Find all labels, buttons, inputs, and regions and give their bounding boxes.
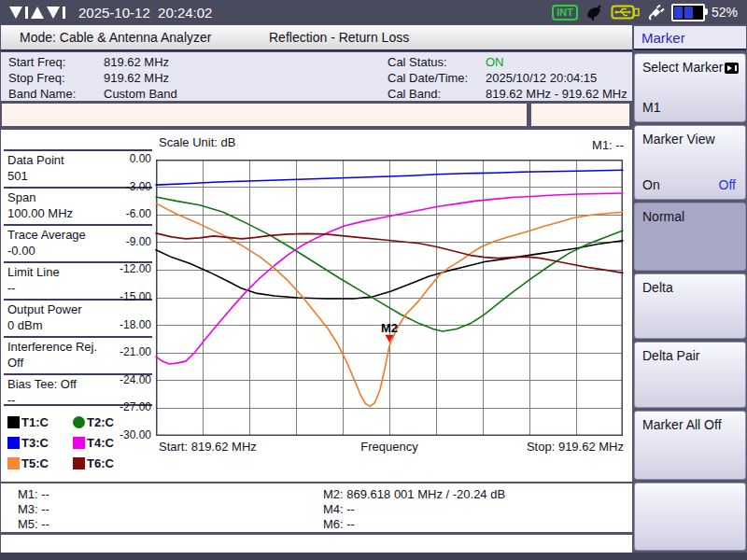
frequency-cal-info-panel: Start Freq:819.62 MHzCal Status:ONStop F… xyxy=(1,52,632,101)
y-tick-label: -24.00 xyxy=(108,373,151,386)
marker-readout: M2: 869.618 001 MHz / -20.24 dB xyxy=(323,487,505,502)
trace-swatch xyxy=(7,416,20,428)
legend-label: T6:C xyxy=(87,456,114,470)
legend-item: T5:C xyxy=(7,456,73,469)
trace-swatch xyxy=(73,416,85,428)
footer-bar xyxy=(0,553,747,560)
measurement-label[interactable]: Reflection - Return Loss xyxy=(269,30,409,45)
legend-item: T3:C xyxy=(7,436,73,449)
sidebar-button-delta[interactable]: Delta xyxy=(634,273,746,339)
y-tick-label: -12.00 xyxy=(108,262,151,275)
select-marker-label: Select Marker xyxy=(642,60,723,75)
logo-glyph xyxy=(47,7,60,19)
trace-swatch xyxy=(73,457,85,469)
marker-readout: M4: -- xyxy=(323,502,355,517)
marker-readout: M5: -- xyxy=(18,517,49,532)
user-band-strip xyxy=(1,103,528,127)
top-status-bar: 2025-10-12 20:24:02 INT xyxy=(0,0,747,24)
user-band-strip-right xyxy=(530,103,630,127)
info-label: Cal Status: xyxy=(388,54,447,70)
trace-swatch xyxy=(7,457,20,469)
info-label: Start Freq: xyxy=(8,54,65,70)
info-value: 2025/10/12 20:04:15 xyxy=(486,70,597,86)
info-row: Start Freq:819.62 MHzCal Status:ON xyxy=(1,52,632,70)
info-label: Cal Date/Time: xyxy=(388,70,468,86)
legend-label: T2:C xyxy=(87,415,114,429)
battery-icon xyxy=(671,4,705,21)
legend-item: T1:C xyxy=(7,415,73,428)
y-tick-label: -30.00 xyxy=(108,428,151,441)
info-label: Stop Freq: xyxy=(8,70,65,86)
marker-view-label: Marker View xyxy=(642,132,715,147)
sidebar-button-delta-pair[interactable]: Delta Pair xyxy=(634,342,746,408)
y-tick-label: 0.00 xyxy=(108,152,151,165)
y-tick-label: -15.00 xyxy=(108,290,151,303)
info-row: Stop Freq:919.62 MHzCal Date/Time:2025/1… xyxy=(1,70,632,86)
info-value: Custom Band xyxy=(104,86,177,102)
power-plug-icon xyxy=(647,4,665,21)
info-label: Band Name: xyxy=(8,86,76,102)
stop-frequency-label: Stop: 919.62 MHz xyxy=(436,440,624,454)
info-label: Cal Band: xyxy=(388,86,441,102)
legend-label: T1:C xyxy=(21,415,49,429)
info-value: 819.62 MHz xyxy=(104,54,169,70)
logo-glyph xyxy=(31,7,44,19)
marker-readout: M6: -- xyxy=(323,517,355,532)
sidebar-button-marker-all-off[interactable]: Marker All Off xyxy=(634,411,746,480)
y-tick-label: -27.00 xyxy=(108,400,151,413)
legend-item: T6:C xyxy=(73,456,152,469)
return-loss-chart: M2 xyxy=(156,160,623,436)
scale-unit-label: Scale Unit: dB xyxy=(159,135,235,149)
marker-readout: M3: -- xyxy=(18,502,49,517)
marker-readout: M1: -- xyxy=(18,487,49,502)
logo-glyph xyxy=(25,7,28,19)
marker-row: M1: --M2: 869.618 001 MHz / -20.24 dB xyxy=(1,483,632,502)
datetime-label: 2025-10-12 20:24:02 xyxy=(78,5,212,21)
softkey-sidebar: Marker Select Marker M1 Marker View On O… xyxy=(633,24,747,553)
trace-swatch xyxy=(7,437,20,449)
sidebar-title: Marker xyxy=(634,26,746,50)
gps-antenna-icon xyxy=(585,4,604,21)
select-marker-button[interactable]: Select Marker M1 xyxy=(634,53,746,122)
legend-label: T5:C xyxy=(21,456,49,470)
select-marker-value: M1 xyxy=(642,100,660,115)
info-row: Band Name:Custom BandCal Band:819.62 MHz… xyxy=(1,86,632,102)
menu-bar: Mode: Cable & Antenna Analyzer Reflectio… xyxy=(1,25,632,51)
trace-swatch xyxy=(73,437,85,449)
logo-glyph xyxy=(9,7,22,19)
y-tick-label: -6.00 xyxy=(108,207,151,220)
marker-view-off-option[interactable]: Off xyxy=(719,177,736,192)
sidebar-button-empty[interactable] xyxy=(634,483,746,551)
y-tick-label: -3.00 xyxy=(108,180,151,193)
y-tick-label: -18.00 xyxy=(108,318,151,331)
sidebar-button-normal[interactable]: Normal xyxy=(634,203,746,271)
battery-percent-label: 52% xyxy=(712,5,738,20)
legend-item: T2:C xyxy=(73,415,152,428)
y-tick-label: -9.00 xyxy=(108,235,151,248)
marker-view-button[interactable]: Marker View On Off xyxy=(634,125,746,200)
setting-label: Output Power xyxy=(7,301,148,317)
info-value: 819.62 MHz - 919.62 MHz xyxy=(486,86,627,102)
info-value: 919.62 MHz xyxy=(104,70,169,86)
status-icon-tray: INT 52% xyxy=(552,4,738,21)
mode-label[interactable]: Mode: Cable & Antenna Analyzer xyxy=(20,30,211,45)
logo-glyph xyxy=(63,7,65,19)
info-value: ON xyxy=(486,54,504,70)
y-tick-label: -21.00 xyxy=(108,345,151,358)
marker-name-label: M2 xyxy=(381,321,398,335)
rotary-knob-icon xyxy=(725,63,739,74)
m1-readout-label: M1: -- xyxy=(529,138,624,152)
marker-row: M5: --M6: -- xyxy=(1,517,632,532)
legend-label: T3:C xyxy=(21,436,49,450)
usb-icon xyxy=(611,4,641,21)
marker-m2[interactable]: M2 xyxy=(381,321,398,343)
int-reference-indicator: INT xyxy=(552,5,578,21)
marker-readout-table: M1: --M2: 869.618 001 MHz / -20.24 dBM3:… xyxy=(1,483,632,532)
analyzer-screen: 2025-10-12 20:24:02 INT xyxy=(0,0,747,560)
marker-view-on-option[interactable]: On xyxy=(642,177,660,192)
marker-row: M3: --M4: -- xyxy=(1,502,632,517)
viavi-logo xyxy=(9,7,65,19)
bottom-message-bar xyxy=(1,535,632,553)
